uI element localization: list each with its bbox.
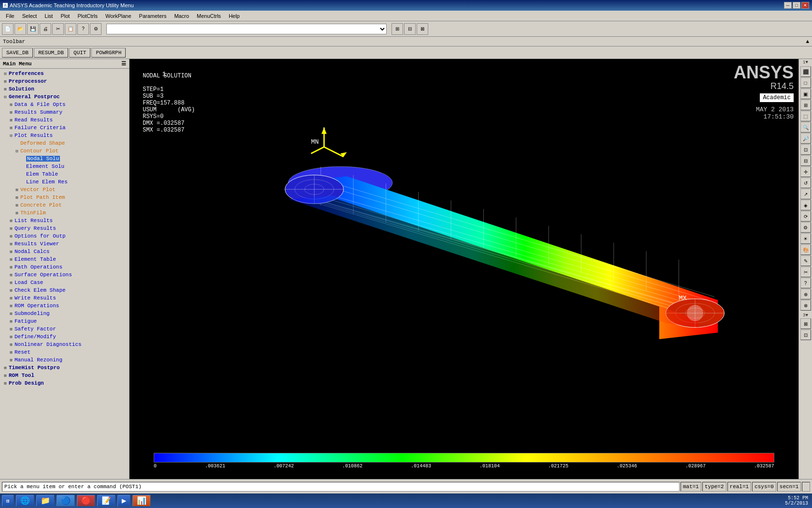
tree-item-plot-path-item[interactable]: ⊞Plot Path Item (0, 194, 129, 201)
rt-zoom-fit[interactable]: ⊡ (800, 144, 811, 155)
toolbar-collapse-icon[interactable]: ▲ (806, 39, 809, 45)
rt-zoom-box[interactable]: ⊟ (800, 155, 811, 166)
tree-item-submodeling[interactable]: ⊞Submodeling (0, 310, 129, 317)
tree-item-rom-tool[interactable]: ⊞ROM Tool (0, 372, 129, 379)
minimize-button[interactable]: ─ (784, 2, 792, 9)
tree-item-failure-criteria[interactable]: ⊞Failure Criteria (0, 124, 129, 132)
tree-item-preferences[interactable]: ⊟Preferences (0, 70, 129, 77)
tree-item-preprocessor[interactable]: ⊞Preprocessor (0, 77, 129, 85)
toolbar-dropdown[interactable] (106, 24, 387, 34)
rt-material[interactable]: 🎨 (800, 244, 811, 255)
rt-zoom-in[interactable]: 🔍 (800, 122, 811, 133)
rt-clip[interactable]: ✂ (800, 267, 811, 277)
explorer-button[interactable]: 📁 (36, 495, 55, 507)
tree-item-elem-table[interactable]: Elem Table (0, 170, 129, 178)
rt-query[interactable]: ? (800, 278, 811, 288)
tree-item-contour-plot[interactable]: ⊟Contour Plot (0, 147, 129, 155)
rt-lights[interactable]: ☀ (800, 233, 811, 244)
tree-item-manual-rezoning[interactable]: ⊞Manual Rezoning (0, 356, 129, 364)
tree-item-surface-operations[interactable]: ⊞Surface Operations (0, 271, 129, 279)
tree-item-element-solu[interactable]: Element Solu (0, 163, 129, 170)
tree-item-list-results[interactable]: ⊞List Results (0, 217, 129, 224)
tree-item-vector-plot[interactable]: ⊞Vector Plot (0, 186, 129, 194)
tree-item-define/modify[interactable]: ⊞Define/Modify (0, 333, 129, 341)
save-db-button[interactable]: SAVE_DB (2, 48, 33, 58)
tree-item-element-table[interactable]: ⊞Element Table (0, 255, 129, 263)
menu-plotctrls[interactable]: PlotCtrls (73, 12, 102, 20)
tb-save[interactable]: 💾 (27, 23, 39, 35)
tree-item-path-operations[interactable]: ⊞Path Operations (0, 263, 129, 271)
menu-select[interactable]: Select (18, 12, 41, 20)
close-button[interactable]: ✕ (801, 2, 809, 9)
rt-zoom-out[interactable]: 🔎 (800, 133, 811, 144)
menu-macro[interactable]: Macro (170, 12, 193, 20)
rt-anno[interactable]: ✎ (800, 255, 811, 266)
rt-pick[interactable]: ◈ (800, 200, 811, 210)
rt-view4[interactable]: ⬚ (800, 111, 811, 121)
tree-item-prob-design[interactable]: ⊞Prob Design (0, 379, 129, 387)
tree-item-nodal-calcs[interactable]: ⊞Nodal Calcs (0, 248, 129, 255)
menu-menuctrls[interactable]: MenuCtrls (193, 12, 225, 20)
tree-item-nodal-solu[interactable]: Nodal Solu (0, 155, 129, 163)
tree-item-thinfilm[interactable]: ⊞ThinFilm (0, 209, 129, 217)
tb-zoom2[interactable]: ⊟ (404, 23, 416, 35)
tree-item-query-results[interactable]: ⊞Query Results (0, 224, 129, 232)
tree-item-concrete-plot[interactable]: ⊞Concrete Plot (0, 201, 129, 209)
ansys-taskbar-button[interactable]: 🔴 (77, 495, 95, 507)
rt-dynamic[interactable]: ⟳ (800, 211, 811, 222)
menu-list[interactable]: List (41, 12, 57, 20)
rt-view1[interactable]: □ (800, 77, 811, 88)
tb-open[interactable]: 📂 (14, 23, 26, 35)
tb-zoom1[interactable]: ⊞ (392, 23, 403, 35)
start-button[interactable]: ⊞ (2, 495, 14, 507)
tree-item-deformed-shape[interactable]: Deformed Shape (0, 139, 129, 147)
rt-view3[interactable]: ⊞ (800, 100, 811, 110)
tree-item-nonlinear-diagnostics[interactable]: ⊞Nonlinear Diagnostics (0, 341, 129, 348)
tb-print[interactable]: 🖨 (40, 23, 51, 35)
tree-item-safety-factor[interactable]: ⊞Safety Factor (0, 325, 129, 333)
menu-plot[interactable]: Plot (57, 12, 73, 20)
tree-item-reset[interactable]: ⊞Reset (0, 348, 129, 356)
tree-item-check-elem-shape[interactable]: ⊞Check Elem Shape (0, 286, 129, 294)
menu-parameters[interactable]: Parameters (135, 12, 171, 20)
rt-view3d[interactable]: ⬛ (800, 66, 811, 77)
powerpoint-button[interactable]: 📊 (132, 495, 151, 507)
tree-item-data-&-file-opts[interactable]: ⊞Data & File Opts (0, 101, 129, 108)
resum-db-button[interactable]: RESUM_DB (34, 48, 68, 58)
tree-item-write-results[interactable]: ⊞Write Results (0, 294, 129, 302)
tb-help[interactable]: ? (77, 23, 89, 35)
menu-workplane[interactable]: WorkPlane (102, 12, 135, 20)
tb-zoom3[interactable]: ⊠ (417, 23, 428, 35)
tb-cut[interactable]: ✂ (52, 23, 64, 35)
tb-new[interactable]: 📄 (2, 23, 14, 35)
rt-bottom1[interactable]: ⊠ (800, 318, 811, 329)
panel-menu-icon[interactable]: ☰ (121, 60, 126, 67)
tree-item-line-elem-res[interactable]: Line Elem Res (0, 178, 129, 186)
tree-item-general-postproc[interactable]: ⊟General Postproc (0, 93, 129, 101)
rt-extra1[interactable]: ⊕ (800, 289, 811, 299)
rt-settings[interactable]: ⚙ (800, 222, 811, 233)
tb-extra[interactable]: ⚙ (90, 23, 102, 35)
tree-item-results-summary[interactable]: ⊞Results Summary (0, 108, 129, 116)
tree-item-rom-operations[interactable]: ⊞ROM Operations (0, 302, 129, 310)
tree-item-read-results[interactable]: ⊞Read Results (0, 116, 129, 124)
rt-view2[interactable]: ▣ (800, 89, 811, 99)
tree-item-results-viewer[interactable]: ⊞Results Viewer (0, 240, 129, 248)
menu-file[interactable]: File (2, 12, 18, 20)
tree-item-fatigue[interactable]: ⊞Fatigue (0, 317, 129, 325)
rt-pan[interactable]: ✛ (800, 166, 811, 177)
powrgrph-button[interactable]: POWRGRPH (91, 48, 126, 58)
tree-item-load-case[interactable]: ⊞Load Case (0, 279, 129, 286)
tree-item-timehist-postpro[interactable]: ⊞TimeHist Postpro (0, 364, 129, 372)
tree-item-plot-results[interactable]: ⊟Plot Results (0, 132, 129, 139)
ie-button[interactable]: 🌐 (16, 495, 34, 507)
menu-help[interactable]: Help (225, 12, 244, 20)
quit-button[interactable]: QUIT (69, 48, 90, 58)
word-button[interactable]: 📝 (97, 495, 116, 507)
tree-item-options-for-outp[interactable]: ⊞Options for Outp (0, 232, 129, 240)
media-button[interactable]: ▶ (117, 495, 131, 507)
rt-rotate[interactable]: ↺ (800, 178, 811, 188)
rt-bottom2[interactable]: ⊡ (800, 329, 811, 340)
maximize-button[interactable]: □ (793, 2, 800, 9)
tb-copy[interactable]: 📋 (65, 23, 76, 35)
